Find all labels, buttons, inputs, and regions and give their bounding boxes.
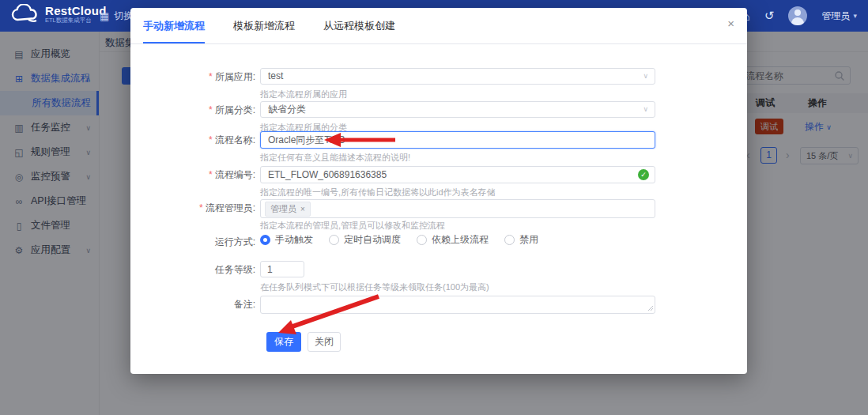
modal-tabs: 手动新增流程 模板新增流程 从远程模板创建 bbox=[143, 19, 395, 43]
field-help-admin: 指定本流程的管理员,管理员可以修改和监控流程 bbox=[260, 220, 445, 232]
remark-textarea[interactable] bbox=[260, 296, 655, 314]
valid-check-icon: ✓ bbox=[638, 169, 649, 180]
field-help-code: 指定流程的唯一编号,所有传输日记数据将以此id作为表名存储 bbox=[260, 187, 496, 198]
field-label-remark: 备注: bbox=[234, 299, 255, 310]
user-name: 管理员 bbox=[821, 9, 850, 23]
close-icon[interactable]: × bbox=[727, 17, 734, 30]
cloud-logo-icon bbox=[9, 4, 40, 25]
radio-disabled[interactable]: 禁用 bbox=[504, 233, 538, 247]
flow-name-input[interactable] bbox=[260, 131, 655, 149]
field-help-name: 指定任何有意义且能描述本流程的说明! bbox=[260, 152, 410, 164]
required-mark: * bbox=[209, 134, 213, 145]
caret-down-icon: ▾ bbox=[853, 12, 857, 20]
save-button[interactable]: 保存 bbox=[266, 332, 301, 352]
field-label-code: 流程编号: bbox=[215, 169, 255, 180]
chevron-down-icon: ∨ bbox=[643, 69, 648, 84]
field-label-app: 所属应用: bbox=[215, 71, 255, 82]
field-label-admin: 流程管理员: bbox=[206, 202, 255, 213]
app-select[interactable]: test ∨ bbox=[260, 68, 655, 85]
admin-multiselect[interactable]: 管理员 × bbox=[260, 199, 655, 218]
radio-icon bbox=[504, 235, 515, 245]
grid-menu-icon: ▦ bbox=[100, 10, 109, 22]
tab-remote-template[interactable]: 从远程模板创建 bbox=[323, 19, 395, 43]
field-label-run-mode: 运行方式: bbox=[215, 236, 255, 247]
required-mark: * bbox=[209, 71, 213, 82]
chevron-down-icon: ∨ bbox=[643, 102, 648, 117]
field-help-task-level: 在任务队列模式下可以根据任务等级来领取任务(100为最高) bbox=[260, 281, 489, 293]
radio-scheduled[interactable]: 定时自动调度 bbox=[329, 233, 401, 247]
radio-selected-icon bbox=[260, 235, 270, 245]
required-mark: * bbox=[209, 104, 213, 115]
admin-tag: 管理员 × bbox=[265, 202, 311, 217]
user-menu[interactable]: 管理员 ▾ bbox=[821, 9, 857, 23]
radio-depends-parent[interactable]: 依赖上级流程 bbox=[417, 233, 489, 247]
category-select[interactable]: 缺省分类 ∨ bbox=[260, 101, 655, 118]
required-mark: * bbox=[199, 202, 203, 213]
tag-remove-icon[interactable]: × bbox=[300, 205, 305, 213]
app-root: RestCloud ETL数据集成平台 ▦ 切换 ⌂ ↺ 管理员 ▾ ▤ 应用概… bbox=[0, 0, 868, 415]
field-help-app: 指定本流程所属的应用 bbox=[260, 89, 347, 100]
flow-code-input[interactable] bbox=[260, 166, 655, 183]
task-level-input[interactable] bbox=[260, 261, 304, 277]
radio-manual-trigger[interactable]: 手动触发 bbox=[260, 233, 313, 247]
radio-icon bbox=[417, 235, 427, 245]
new-flow-modal: × 手动新增流程 模板新增流程 从远程模板创建 *所属应用: test ∨ 指定… bbox=[130, 8, 747, 374]
required-mark: * bbox=[209, 169, 213, 180]
radio-icon bbox=[329, 235, 339, 245]
resize-handle[interactable] bbox=[647, 305, 654, 311]
close-button[interactable]: 关闭 bbox=[308, 332, 341, 352]
tabs-divider bbox=[130, 43, 747, 44]
tab-template-new-flow[interactable]: 模板新增流程 bbox=[233, 19, 295, 43]
user-avatar[interactable] bbox=[788, 6, 807, 25]
undo-icon[interactable]: ↺ bbox=[764, 9, 775, 23]
field-label-task-level: 任务等级: bbox=[215, 264, 255, 275]
brand-subtitle: ETL数据集成平台 bbox=[45, 17, 107, 24]
brand-title: RestCloud bbox=[45, 5, 107, 17]
product-switcher[interactable]: ▦ 切换 bbox=[100, 0, 133, 32]
tab-manual-new-flow[interactable]: 手动新增流程 bbox=[143, 19, 205, 43]
field-label-name: 流程名称: bbox=[215, 134, 255, 145]
field-label-category: 所属分类: bbox=[215, 104, 255, 115]
brand-logo: RestCloud ETL数据集成平台 bbox=[9, 4, 107, 25]
